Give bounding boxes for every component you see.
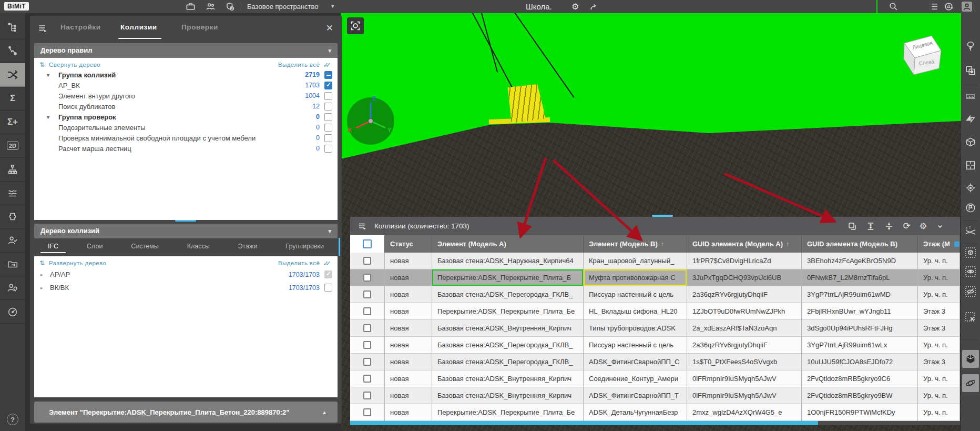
table-horizontal-scrollbar[interactable]	[350, 421, 960, 425]
plugins-icon[interactable]	[0, 205, 25, 229]
collision-tree-header[interactable]: Дерево коллизий ▾	[34, 224, 338, 238]
column-header[interactable]: Элемент (Модель B)↑	[584, 235, 687, 253]
tab-groupings[interactable]: Группировки	[285, 243, 324, 252]
model-tree-icon[interactable]	[0, 16, 25, 39]
collision-group-checkbox[interactable]	[324, 284, 332, 292]
project-settings-gear-icon[interactable]: ⚙	[571, 2, 581, 12]
vegetation-icon[interactable]	[962, 37, 979, 55]
collapse-section-caret-icon[interactable]: ▾	[328, 43, 331, 58]
table-row[interactable]: новаяБазовая стена:ADSK_Наружная_Кирпич6…	[350, 253, 960, 269]
panel-scroll-indicator[interactable]	[339, 238, 340, 256]
rules-tree-item[interactable]: ▾Группа проверок0	[34, 112, 338, 122]
workspace-selector[interactable]: Базовое пространство	[247, 3, 319, 11]
collapse-rows-icon[interactable]	[884, 222, 894, 231]
tab-collisions[interactable]: Коллизии	[120, 23, 157, 31]
row-checkbox[interactable]	[363, 290, 371, 298]
column-header[interactable]: Этаж (М	[918, 235, 960, 253]
rules-tree-item[interactable]: ▾Группа коллизий2719	[34, 69, 338, 80]
row-checkbox[interactable]	[363, 408, 371, 416]
collision-pair-icon[interactable]: 12	[962, 223, 979, 240]
measure-ruler-icon[interactable]	[962, 87, 979, 105]
2d-view-icon[interactable]: 2D	[0, 134, 25, 158]
help-button[interactable]: ?	[7, 414, 18, 425]
section-box-icon[interactable]	[962, 133, 979, 151]
isolate-element-icon[interactable]	[962, 244, 979, 262]
expand-caret-icon[interactable]: ▾	[47, 72, 49, 78]
expand-tree-link[interactable]: Развернуть дерево	[49, 260, 106, 266]
table-row[interactable]: новаяПерекрытие:ADSK_Перекрытие_Плита_Бе…	[350, 404, 960, 421]
flag-marker-icon[interactable]	[962, 199, 979, 217]
collision-tree-item[interactable]: ▸АР/АР1703/1703	[34, 268, 338, 281]
selected-element-bar[interactable]: Элемент "Перекрытие:ADSK_Перекрытие_Плит…	[34, 402, 338, 423]
rules-tree-item[interactable]: Проверка минимальной свободной площади с…	[34, 133, 338, 143]
orbit-icon[interactable]	[962, 374, 979, 392]
tab-layers[interactable]: Слои	[87, 243, 103, 252]
table-settings-gear-icon[interactable]: ⚙	[920, 222, 927, 230]
focus-target-icon[interactable]	[962, 179, 979, 197]
rules-tree-item[interactable]: Расчет марша лестниц0	[34, 143, 338, 154]
column-header[interactable]: Статус	[385, 235, 432, 253]
export-folder-icon[interactable]	[0, 253, 25, 276]
workspace-caret-icon[interactable]: ▾	[331, 3, 334, 9]
row-checkbox[interactable]	[363, 257, 371, 265]
sort-asc-icon[interactable]: ↑	[786, 240, 789, 248]
rule-checkbox[interactable]	[324, 134, 332, 142]
view-cube[interactable]: Лицевая Слева	[899, 32, 947, 82]
expand-caret-icon[interactable]: ▸	[40, 272, 43, 277]
axis-gizmo[interactable]: Z X Y	[341, 91, 401, 151]
row-checkbox[interactable]	[363, 392, 371, 399]
rules-tree-header[interactable]: Дерево правил ▾	[34, 43, 338, 58]
expand-tree-icon[interactable]: ⇅	[39, 259, 45, 267]
copy-icon[interactable]	[848, 222, 857, 231]
share-icon[interactable]	[589, 2, 599, 12]
collision-tree-item[interactable]: ▸ВК/ВК1703/1703	[34, 281, 338, 294]
select-all-checkbox[interactable]	[363, 239, 372, 248]
rules-tree-item[interactable]: Элемент внтури другого1004	[34, 91, 338, 101]
hide-element-eye-slash-icon[interactable]	[962, 283, 979, 300]
sum-add-icon[interactable]: Σ+	[0, 111, 25, 134]
solid-model-icon[interactable]	[962, 350, 979, 368]
column-header[interactable]	[350, 235, 385, 253]
table-row[interactable]: новаяПерекрытие:ADSK_Перекрытие_Плита_Бе…	[350, 303, 960, 320]
row-checkbox[interactable]	[363, 274, 371, 282]
collapse-table-chevron-icon[interactable]	[936, 222, 944, 230]
row-checkbox[interactable]	[363, 307, 371, 315]
tab-systems[interactable]: Системы	[131, 243, 158, 252]
rule-checkbox[interactable]	[324, 103, 332, 111]
rule-checkbox[interactable]	[324, 113, 332, 121]
expand-caret-icon[interactable]: ▾	[47, 114, 49, 120]
gauge-icon[interactable]	[0, 300, 25, 324]
collapse-tree-link[interactable]: Свернуть дерево	[49, 62, 100, 68]
close-panel-icon[interactable]: ✕	[326, 23, 333, 34]
refresh-icon[interactable]: ⟳	[903, 222, 910, 230]
scrollbar-thumb[interactable]	[350, 421, 818, 425]
team-icon[interactable]	[206, 2, 216, 12]
rule-checkbox[interactable]	[324, 124, 332, 132]
select-all-link[interactable]: Выделить всё	[278, 62, 320, 68]
panel-menu-icon[interactable]	[37, 23, 48, 34]
tab-ifc[interactable]: IFC	[48, 243, 58, 252]
search-icon[interactable]	[889, 2, 899, 12]
table-row[interactable]: новаяБазовая стена:ADSK_Перегородка_ГКЛВ…	[350, 337, 960, 354]
row-checkbox[interactable]	[363, 324, 371, 332]
row-checkbox[interactable]	[363, 375, 371, 383]
table-row[interactable]: новаяБазовая стена:ADSK_Внутренняя_Кирпи…	[350, 387, 960, 404]
collision-group-checkbox[interactable]	[324, 270, 332, 278]
column-resize-indicator[interactable]	[954, 242, 959, 247]
column-header[interactable]: GUID элемента (Модель B)	[802, 235, 918, 253]
sort-asc-icon[interactable]: ↑	[661, 240, 664, 248]
task-list-icon[interactable]	[928, 2, 938, 12]
collisions-tool-icon[interactable]	[0, 63, 25, 87]
column-header[interactable]: GUID элемента (Модель А)↑	[687, 235, 802, 253]
row-checkbox[interactable]	[363, 341, 371, 349]
collapse-section-caret-icon[interactable]: ▾	[328, 224, 331, 238]
notifications-sync-icon[interactable]	[944, 2, 954, 12]
shield-history-icon[interactable]	[225, 2, 235, 12]
rule-checkbox[interactable]	[324, 92, 332, 100]
table-row[interactable]: новаяБазовая стена:ADSK_Внутренняя_Кирпи…	[350, 320, 960, 337]
tab-classes[interactable]: Классы	[187, 243, 210, 252]
collapse-tree-icon[interactable]: ⇅	[39, 61, 45, 68]
area-select-icon[interactable]	[962, 62, 979, 79]
deselect-icon[interactable]	[962, 308, 979, 326]
user-location-icon[interactable]	[0, 276, 25, 300]
